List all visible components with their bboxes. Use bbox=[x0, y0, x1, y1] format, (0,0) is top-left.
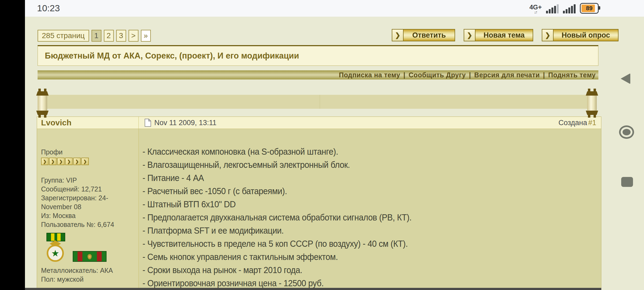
spec-line: - Чувствительность в пределе на 5 коп СС… bbox=[142, 237, 573, 250]
display-cutout-band bbox=[0, 0, 25, 290]
profile-messages: Сообщений: 12,721 bbox=[41, 185, 134, 194]
android-recents-button-icon[interactable] bbox=[621, 177, 633, 187]
data-activity-arrows-icon: ↓↑ bbox=[534, 10, 537, 14]
post-content: - Классическая компоновка (на S-образной… bbox=[139, 129, 601, 290]
new-poll-button-label: Новый опрос bbox=[554, 30, 618, 41]
spec-line: - Питание - 4 АА bbox=[142, 171, 573, 184]
subscribe-link[interactable]: Подписка на тему bbox=[339, 71, 400, 79]
scroll-roller-left-icon bbox=[36, 89, 49, 118]
spec-line: - Классическая компоновка (на S-образной… bbox=[142, 145, 573, 158]
page-last-button[interactable]: » bbox=[141, 30, 151, 42]
arrow-icon: ❯ bbox=[392, 30, 404, 41]
status-bar: 10:23 4G+ ↓↑ 89 bbox=[25, 0, 644, 17]
link-separator: | bbox=[543, 71, 545, 79]
profile-gender: Пол: мужской bbox=[41, 275, 134, 284]
network-type: 4G+ ↓↑ bbox=[529, 4, 542, 14]
rank-pip-icon: ❯ bbox=[65, 158, 73, 165]
page-button-3[interactable]: 3 bbox=[116, 30, 126, 42]
new-poll-button[interactable]: ❯ Новый опрос bbox=[542, 29, 619, 41]
profile-awards: ★ bbox=[43, 233, 138, 262]
rank-pip-icon: ❯ bbox=[49, 158, 57, 165]
android-home-button-icon[interactable] bbox=[619, 125, 634, 139]
topic-actions: ❯ Ответить ❯ Новая тема ❯ Новый опрос bbox=[392, 29, 619, 41]
forum-page: 10:23 4G+ ↓↑ 89 285 страниц 1 2 3 > » bbox=[0, 0, 644, 290]
post-number-link[interactable]: #1 bbox=[588, 119, 596, 127]
network-label: 4G+ bbox=[529, 4, 542, 10]
scroll-banner-seam bbox=[320, 95, 320, 109]
rank-pip-icon: ❯ bbox=[41, 158, 49, 165]
battery-percent: 89 bbox=[581, 4, 598, 13]
spec-line: - Платформа SFT и ее модификации. bbox=[142, 224, 573, 237]
spec-line: - Сроки выхода на рынок - март 2010 года… bbox=[142, 263, 573, 277]
award-ribbon-icon bbox=[73, 251, 107, 262]
arrow-icon: ❯ bbox=[464, 30, 475, 41]
spec-line: - Семь кнопок управления с тактильным эф… bbox=[142, 250, 573, 263]
post-body: Профи ❯ ❯ ❯ ❯ ❯ ❯ Группа: VIP Сообщений:… bbox=[37, 129, 601, 290]
new-topic-button-label: Новая тема bbox=[475, 30, 533, 41]
spec-line: - Штатный ВТП 6x10" DD bbox=[142, 198, 573, 211]
author-profile-panel: Профи ❯ ❯ ❯ ❯ ❯ ❯ Группа: VIP Сообщений:… bbox=[37, 129, 139, 290]
battery-icon: 89 bbox=[580, 3, 599, 14]
new-topic-button[interactable]: ❯ Новая тема bbox=[464, 29, 533, 41]
topic-options-bar: Подписка на тему | Сообщить Другу | Верс… bbox=[38, 70, 598, 79]
tell-a-friend-link[interactable]: Сообщить Другу bbox=[409, 71, 466, 79]
pages-count-label: 285 страниц bbox=[38, 30, 89, 42]
print-version-link[interactable]: Версия для печати bbox=[474, 71, 540, 79]
page-button-2[interactable]: 2 bbox=[104, 30, 114, 42]
post-icon bbox=[145, 119, 151, 127]
spec-line: - Расчетный вес -1050 г (с батареями). bbox=[142, 184, 573, 198]
android-back-button-icon[interactable] bbox=[621, 73, 630, 84]
spec-line: - Влагозащищенный, лекгосъемный электрон… bbox=[142, 158, 573, 171]
signal-strength-icon-sim2 bbox=[563, 4, 576, 13]
author-rank: Профи bbox=[41, 148, 138, 156]
scroll-banner bbox=[42, 95, 597, 109]
post-meta-cell: Nov 11 2009, 13:11 Создана #1 bbox=[139, 117, 601, 129]
reply-button[interactable]: ❯ Ответить bbox=[392, 29, 455, 41]
post-author-cell: Lvovich bbox=[37, 117, 139, 129]
spec-line: - Предполагается двухканальная система о… bbox=[142, 211, 573, 224]
page-button-1[interactable]: 1 bbox=[92, 30, 101, 42]
link-separator: | bbox=[403, 71, 405, 79]
post: Lvovich Nov 11 2009, 13:11 Создана #1 Пр… bbox=[37, 117, 601, 290]
arrow-icon: ❯ bbox=[542, 30, 554, 41]
rank-pip-icon: ❯ bbox=[81, 158, 89, 165]
award-medal-icon: ★ bbox=[43, 233, 68, 262]
bump-topic-link[interactable]: Поднять тему bbox=[548, 71, 596, 79]
battery-nub bbox=[599, 6, 600, 10]
reply-button-label: Ответить bbox=[404, 30, 455, 41]
rank-pip-icon: ❯ bbox=[57, 158, 65, 165]
profile-user-number: Пользователь №: 6,674 bbox=[41, 220, 134, 229]
topic-title: Бюджетный МД от АКА, Сорекс, (проект), И… bbox=[45, 51, 299, 61]
page-next-button[interactable]: > bbox=[129, 30, 138, 42]
link-separator: | bbox=[469, 71, 471, 79]
profile-registered: Зарегистрирован: 24-November 08 bbox=[41, 194, 134, 211]
post-text: - Классическая компоновка (на S-образной… bbox=[142, 145, 601, 290]
post-header: Lvovich Nov 11 2009, 13:11 Создана #1 bbox=[37, 117, 601, 129]
rank-pips: ❯ ❯ ❯ ❯ ❯ ❯ bbox=[41, 158, 138, 165]
profile-group: Группа: VIP bbox=[41, 176, 134, 185]
topic-title-panel: Бюджетный МД от АКА, Сорекс, (проект), И… bbox=[38, 45, 598, 66]
pagination: 285 страниц 1 2 3 > » bbox=[38, 30, 151, 42]
signal-strength-icon-sim1 bbox=[546, 4, 559, 13]
clock: 10:23 bbox=[37, 3, 60, 13]
rank-pip-icon: ❯ bbox=[73, 158, 81, 165]
next-post-edge bbox=[25, 288, 601, 290]
status-icons: 4G+ ↓↑ 89 bbox=[529, 2, 599, 15]
post-date: Nov 11 2009, 13:11 bbox=[154, 119, 217, 127]
profile-detector: Металлоискатель: АКА bbox=[41, 266, 134, 275]
scroll-roller-right-icon bbox=[586, 89, 598, 118]
post-created-label: Создана bbox=[558, 119, 587, 127]
profile-from: Из: Москва bbox=[41, 211, 134, 220]
author-link[interactable]: Lvovich bbox=[41, 118, 71, 127]
